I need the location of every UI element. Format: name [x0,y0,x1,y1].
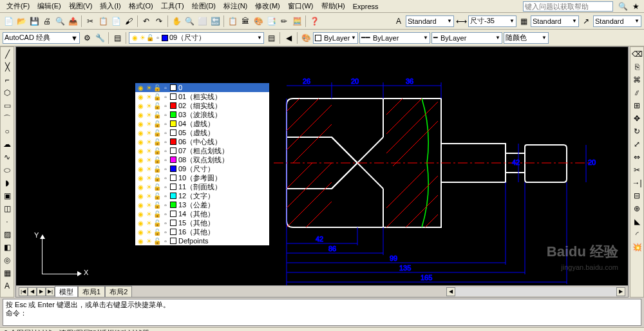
markup-icon[interactable]: ✏ [278,15,290,27]
redo-icon[interactable]: ↷ [153,15,165,27]
menu-draw[interactable]: 绘图(D) [188,0,220,12]
workspace-combo[interactable]: AutoCAD 经典▼ [3,32,80,44]
paste-icon[interactable]: 📄 [110,15,122,27]
scroll-right-icon[interactable]: ▶ [616,287,625,296]
make-block-icon[interactable]: ◫ [1,203,13,214]
lineweight-combo[interactable]: ━ByLayer▼ [431,32,502,44]
print-icon[interactable]: 🖨 [41,15,53,27]
menu-modify[interactable]: 修改(M) [251,0,284,12]
open-icon[interactable]: 📂 [15,15,27,27]
calc-icon[interactable]: 🧮 [291,15,303,27]
mleader-style-combo[interactable]: Standard▼ [593,15,641,27]
mleader-icon[interactable]: ↗ [580,15,592,27]
array-icon[interactable]: ⊞ [631,100,643,111]
dim-icon[interactable]: ⟷ [455,15,467,27]
help-icon[interactable]: ❓ [308,15,320,27]
workspace-settings-icon[interactable]: ⚙ [81,32,93,44]
layer-row[interactable]: ◉☀🔓▫04（虚线） [135,119,269,128]
drawing-canvas[interactable]: Y X [15,46,629,298]
menu-tools[interactable]: 工具(T) [157,0,188,12]
design-center-icon[interactable]: 🏛 [240,15,251,27]
star-icon[interactable]: ★ [630,1,641,12]
layer-row[interactable]: ◉☀🔓▫Defpoints [135,236,269,245]
menu-window[interactable]: 窗口(W) [284,0,317,12]
style-icon[interactable]: A [393,15,404,27]
layer-row[interactable]: ◉☀🔓▫05（虚线） [135,128,269,137]
menu-format[interactable]: 格式(O) [125,0,157,12]
layer-combo[interactable]: ◉☀🔓▫ 09（尺寸）▼ [129,32,264,44]
zoom-prev-icon[interactable]: 🔙 [209,15,221,27]
stretch-icon[interactable]: ⇔ [631,151,643,163]
publish-icon[interactable]: 📤 [67,15,79,27]
rect-icon[interactable]: ▭ [1,100,13,111]
pline-icon[interactable]: ⌐ [1,74,13,86]
scale-icon[interactable]: ⤢ [631,138,643,150]
layer-row[interactable]: ◉☀🔓▫11（剖面线） [135,182,269,191]
layer-row[interactable]: ◉☀🔓▫03（波浪线） [135,110,269,119]
hatch-icon[interactable]: ▨ [1,229,13,240]
gradient-icon[interactable]: ◧ [1,241,13,253]
revcloud-icon[interactable]: ☁ [1,138,13,150]
text-style-combo[interactable]: Standard▼ [406,15,454,27]
trim-icon[interactable]: ✂ [631,164,643,176]
join-icon[interactable]: ⊕ [631,203,643,214]
tool-palette-icon[interactable]: 🎨 [252,15,264,27]
color-combo[interactable]: ByLayer▼ [313,32,358,44]
layer-row[interactable]: ◉☀🔓▫15（其他） [135,218,269,227]
region-icon[interactable]: ◎ [1,254,13,266]
zoom-window-icon[interactable]: ⬜ [196,15,208,27]
offset-icon[interactable]: ⫽ [631,87,643,99]
tab-next-icon[interactable]: ▶ [37,287,46,296]
layer-row[interactable]: ◉☀🔓▫08（双点划线） [135,155,269,164]
layer-row[interactable]: ◉☀🔓▫06（中心线） [135,137,269,146]
tab-layout2[interactable]: 布局2 [105,286,132,298]
scroll-left-icon[interactable]: ◀ [446,287,455,296]
layer-row[interactable]: ◉☀🔓▫01（粗实线） [135,92,269,101]
linetype-combo[interactable]: ━━ByLayer▼ [359,32,430,44]
layer-row[interactable]: ◉☀🔓▫02（细实线） [135,101,269,110]
explode-icon[interactable]: 💥 [631,241,643,253]
preview-icon[interactable]: 🔍 [54,15,66,27]
color-icon[interactable]: 🎨 [300,32,312,44]
command-line[interactable]: 按 Esc 或 Enter 键退出，或单击右键显示快捷菜单。 命令： [3,299,641,326]
layer-row[interactable]: ◉☀🔓▫0 [135,83,269,92]
fillet-icon[interactable]: ◜ [631,229,643,240]
ellipse-icon[interactable]: ⬭ [1,164,13,176]
point-icon[interactable]: · [1,216,13,227]
circle-icon[interactable]: ○ [1,126,13,137]
layer-prev-icon[interactable]: ◀ [283,32,294,44]
spline-icon[interactable]: ∿ [1,151,13,163]
tab-model[interactable]: 模型 [55,286,78,298]
layer-row[interactable]: ◉☀🔓▫12（文字） [135,191,269,200]
layer-row[interactable]: ◉☀🔓▫07（粗点划线） [135,146,269,155]
layer-row[interactable]: ◉☀🔓▫13（公差） [135,200,269,209]
layer-state-icon[interactable]: ▤ [265,32,277,44]
menu-help[interactable]: 帮助(H) [317,0,349,12]
table-icon[interactable]: ▦ [518,15,529,27]
table-draw-icon[interactable]: ▦ [1,267,13,279]
copy-obj-icon[interactable]: ⎘ [631,61,643,73]
tab-prev-icon[interactable]: ◀ [28,287,37,296]
layer-row[interactable]: ◉☀🔓▫16（其他） [135,227,269,236]
plot-style-combo[interactable]: 随颜色▼ [504,32,549,44]
line-icon[interactable]: ╱ [1,48,13,60]
undo-icon[interactable]: ↶ [140,15,152,27]
rotate-icon[interactable]: ↻ [631,126,643,137]
match-icon[interactable]: 🖌 [123,15,135,27]
search-icon[interactable]: 🔍 [617,1,629,12]
arc-icon[interactable]: ⌒ [1,113,13,124]
table-style-combo[interactable]: Standard▼ [531,15,579,27]
tab-first-icon[interactable]: |◀ [19,287,28,296]
zoom-icon[interactable]: 🔍 [184,15,195,27]
menu-edit[interactable]: 编辑(E) [33,0,65,12]
new-icon[interactable]: 📄 [3,15,14,27]
menu-insert[interactable]: 插入(I) [96,0,124,12]
mtext-icon[interactable]: A [1,280,13,292]
tab-layout1[interactable]: 布局1 [78,286,105,298]
properties-icon[interactable]: 📋 [227,15,238,27]
save-icon[interactable]: 💾 [28,15,40,27]
break-icon[interactable]: ⊟ [631,190,643,202]
copy-icon[interactable]: 📋 [97,15,109,27]
menu-dimension[interactable]: 标注(N) [220,0,251,12]
dim-style-combo[interactable]: 尺寸-35▼ [468,15,516,27]
